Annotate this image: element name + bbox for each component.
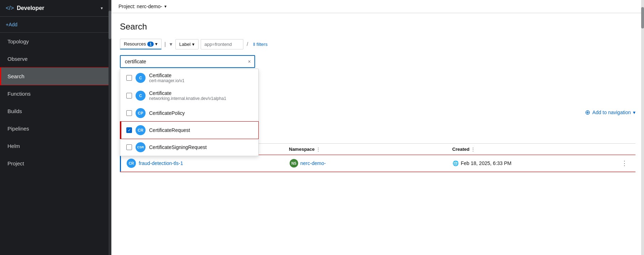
sidebar-item-builds[interactable]: Builds — [0, 102, 109, 120]
item-info-cert2: Certificatenetworking.internal.knative.d… — [149, 90, 226, 101]
item-name-cert1: Certificate — [149, 73, 184, 78]
item-icon-certpolicy: CP — [136, 108, 146, 118]
item-name-certpolicy: CertificatePolicy — [149, 110, 185, 116]
namespace-col-label: Namespace — [289, 147, 315, 152]
main-scrollbar[interactable] — [641, 0, 644, 255]
dropdown-checkbox-certreq[interactable] — [126, 127, 132, 133]
page-title: Search — [120, 22, 635, 32]
sidebar-item-observe[interactable]: Observe — [0, 50, 109, 68]
created-text: Feb 18, 2025, 6:33 PM — [461, 160, 511, 166]
row-actions: ⋮ — [616, 159, 630, 168]
item-name-certsign: CertificateSigningRequest — [149, 144, 207, 150]
label-text: Label — [179, 42, 191, 47]
item-info-certpolicy: CertificatePolicy — [149, 110, 185, 116]
item-name-cert2: Certificate — [149, 90, 226, 96]
created-sort-icon[interactable]: ⋮ — [471, 147, 475, 152]
item-sub-cert2: networking.internal.knative.dev/v1alpha1 — [149, 96, 226, 101]
item-name-certreq: CertificateRequest — [149, 127, 190, 133]
row-cr-icon: CR — [127, 159, 136, 168]
label-chevron-icon: ▾ — [192, 42, 195, 47]
item-info-certsign: CertificateSigningRequest — [149, 144, 207, 150]
item-icon-cert2: C — [136, 91, 146, 101]
row-name: CR fraud-detection-tls-1 — [127, 159, 290, 168]
ns-badge: NS — [290, 159, 298, 168]
add-nav-plus-icon: ⊕ — [585, 108, 590, 116]
sidebar-item-project[interactable]: Project — [0, 155, 109, 172]
namespace-sort-icon[interactable]: ⋮ — [316, 147, 321, 152]
resources-chevron-icon: ▾ — [155, 41, 158, 47]
item-info-certreq: CertificateRequest — [149, 127, 190, 133]
results-area: Namespace ⋮ Created ⋮ CR fraud-detection… — [120, 143, 635, 255]
table-row: CR fraud-detection-tls-1 NS nerc-demo- 🌐… — [120, 155, 635, 172]
sidebar-scroll-thumb[interactable] — [109, 11, 111, 39]
dropdown-item-certreq[interactable]: CRCertificateRequest — [120, 122, 258, 139]
funnel-icon: ▼ — [169, 42, 173, 47]
add-nav-chevron-icon: ▾ — [633, 110, 635, 115]
resources-label: Resources — [124, 41, 146, 47]
globe-icon: 🌐 — [453, 160, 459, 166]
search-input-wrapper: × — [120, 55, 255, 68]
dropdown-item-cert2[interactable]: CCertificatenetworking.internal.knative.… — [120, 87, 258, 105]
dropdown-item-certsign[interactable]: CSRCertificateSigningRequest — [120, 139, 258, 156]
developer-icon: </> — [6, 5, 14, 11]
dropdown-checkbox-cert2[interactable] — [126, 93, 132, 99]
add-nav-label: Add to navigation — [592, 110, 631, 115]
add-button[interactable]: +Add — [0, 17, 109, 33]
created-col-label: Created — [452, 147, 469, 152]
dropdown-checkbox-certsign[interactable] — [126, 144, 132, 150]
label-value-display: app=frontend — [201, 39, 243, 49]
sidebar-item-pipelines[interactable]: Pipelines — [0, 120, 109, 137]
search-input[interactable] — [123, 56, 247, 67]
all-filters-label: ll filters — [253, 42, 267, 47]
sidebar-chevron-icon: ▾ — [101, 6, 103, 11]
th-namespace: Namespace ⋮ — [289, 147, 452, 152]
all-filters-link[interactable]: ll filters — [252, 39, 269, 49]
project-selector[interactable]: Project: nerc-demo- ▾ — [118, 4, 167, 9]
ns-link[interactable]: nerc-demo- — [300, 160, 326, 166]
search-dropdown: CCertificatecert-manager.io/v1CCertifica… — [120, 69, 259, 156]
sidebar-item-functions[interactable]: Functions — [0, 85, 109, 102]
resources-count-badge: 1 — [147, 42, 154, 47]
item-icon-certsign: CSR — [136, 142, 146, 152]
main-scroll-thumb[interactable] — [641, 7, 644, 28]
project-chevron-icon: ▾ — [164, 4, 167, 9]
sidebar-title: Developer — [17, 5, 98, 11]
row-kebab-button[interactable]: ⋮ — [619, 159, 630, 168]
sidebar-header[interactable]: </> Developer ▾ — [0, 0, 109, 17]
item-sub-cert1: cert-manager.io/v1 — [149, 78, 184, 83]
add-to-navigation-button[interactable]: ⊕ Add to navigation ▾ — [585, 108, 635, 116]
item-icon-certreq: CR — [136, 125, 146, 135]
project-label: Project: nerc-demo- — [118, 4, 162, 9]
row-created: 🌐 Feb 18, 2025, 6:33 PM — [453, 160, 616, 166]
row-name-link[interactable]: fraud-detection-tls-1 — [139, 160, 183, 166]
filter-bar: Resources 1 ▾ | ▼ Label ▾ app=frontend /… — [120, 39, 635, 49]
search-row: × CCertificatecert-manager.io/v1CCertifi… — [120, 55, 635, 68]
label-filter-button[interactable]: Label ▾ — [175, 39, 199, 49]
th-created: Created ⋮ — [452, 147, 616, 152]
dropdown-item-certpolicy[interactable]: CPCertificatePolicy — [120, 105, 258, 122]
dropdown-item-cert1[interactable]: CCertificatecert-manager.io/v1 — [120, 69, 258, 87]
filter-divider: | — [164, 41, 167, 47]
resources-filter-button[interactable]: Resources 1 ▾ — [120, 39, 162, 49]
sidebar-scrollbar[interactable] — [109, 0, 111, 255]
sidebar-item-helm[interactable]: Helm — [0, 137, 109, 155]
sidebar-item-topology[interactable]: Topology — [0, 33, 109, 50]
label-slash: / — [246, 41, 250, 47]
page-content: Search Resources 1 ▾ | ▼ Label ▾ app=fro… — [111, 13, 644, 255]
main-content: Project: nerc-demo- ▾ Search Resources 1… — [111, 0, 644, 255]
dropdown-checkbox-cert1[interactable] — [126, 75, 132, 81]
item-info-cert1: Certificatecert-manager.io/v1 — [149, 73, 184, 83]
sidebar-item-search[interactable]: Search — [0, 68, 109, 85]
sidebar: </> Developer ▾ +Add TopologyObserveSear… — [0, 0, 109, 255]
topbar: Project: nerc-demo- ▾ — [111, 0, 644, 13]
search-clear-button[interactable]: × — [247, 57, 252, 66]
row-namespace: NS nerc-demo- — [290, 159, 453, 168]
item-icon-cert1: C — [136, 73, 146, 83]
dropdown-checkbox-certpolicy[interactable] — [126, 110, 132, 116]
